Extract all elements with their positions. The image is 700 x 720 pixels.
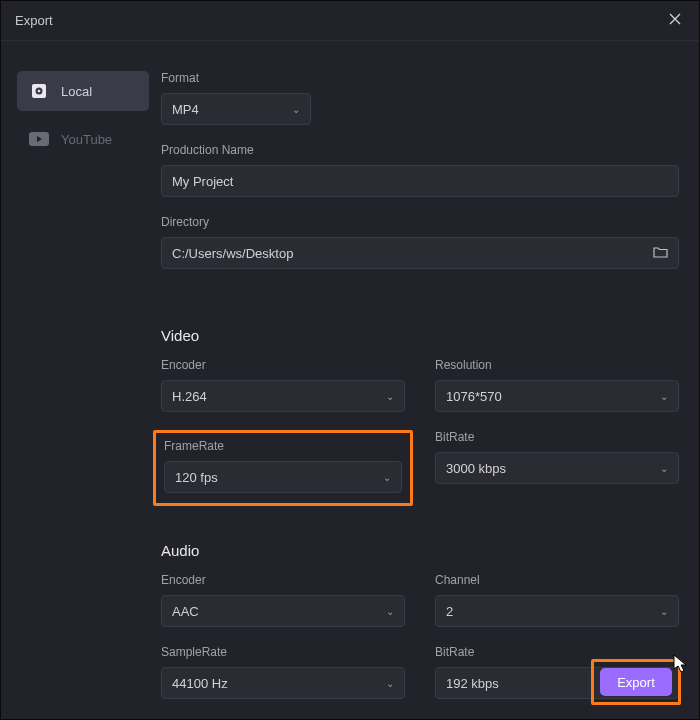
framerate-select[interactable]: 120 fps ⌄ (164, 461, 402, 493)
chevron-down-icon: ⌄ (660, 391, 668, 402)
close-icon[interactable] (665, 12, 685, 30)
sidebar-item-local[interactable]: Local (17, 71, 149, 111)
chevron-down-icon: ⌄ (660, 606, 668, 617)
framerate-highlight: FrameRate 120 fps ⌄ (153, 430, 413, 506)
resolution-label: Resolution (435, 358, 679, 372)
video-bitrate-label: BitRate (435, 430, 679, 444)
video-bitrate-value: 3000 kbps (446, 461, 506, 476)
sidebar: Local YouTube (1, 41, 161, 719)
resolution-value: 1076*570 (446, 389, 502, 404)
export-button[interactable]: Export (600, 668, 672, 696)
chevron-down-icon: ⌄ (383, 472, 391, 483)
samplerate-value: 44100 Hz (172, 676, 228, 691)
channel-select[interactable]: 2 ⌄ (435, 595, 679, 627)
video-bitrate-select[interactable]: 3000 kbps ⌄ (435, 452, 679, 484)
audio-bitrate-value: 192 kbps (446, 676, 499, 691)
samplerate-label: SampleRate (161, 645, 405, 659)
video-encoder-value: H.264 (172, 389, 207, 404)
video-encoder-label: Encoder (161, 358, 405, 372)
production-name-label: Production Name (161, 143, 679, 157)
video-heading: Video (161, 327, 679, 344)
svg-point-2 (38, 90, 41, 93)
main-panel: Format MP4 ⌄ Production Name My Project … (161, 41, 699, 719)
channel-label: Channel (435, 573, 679, 587)
folder-icon[interactable] (653, 246, 668, 261)
chevron-down-icon: ⌄ (386, 678, 394, 689)
samplerate-select[interactable]: 44100 Hz ⌄ (161, 667, 405, 699)
youtube-icon (29, 131, 49, 147)
export-dialog: Export Local YouTube Format (0, 0, 700, 720)
video-encoder-select[interactable]: H.264 ⌄ (161, 380, 405, 412)
format-select[interactable]: MP4 ⌄ (161, 93, 311, 125)
chevron-down-icon: ⌄ (660, 463, 668, 474)
audio-encoder-select[interactable]: AAC ⌄ (161, 595, 405, 627)
framerate-label: FrameRate (164, 439, 402, 453)
window-title: Export (15, 13, 53, 28)
sidebar-item-label: YouTube (61, 132, 112, 147)
directory-value: C:/Users/ws/Desktop (172, 246, 293, 261)
format-label: Format (161, 71, 679, 85)
export-highlight: Export (591, 659, 681, 705)
chevron-down-icon: ⌄ (386, 606, 394, 617)
directory-input[interactable]: C:/Users/ws/Desktop (161, 237, 679, 269)
format-value: MP4 (172, 102, 199, 117)
chevron-down-icon: ⌄ (386, 391, 394, 402)
directory-label: Directory (161, 215, 679, 229)
titlebar: Export (1, 1, 699, 41)
audio-bitrate-label: BitRate (435, 645, 679, 659)
production-name-value: My Project (172, 174, 233, 189)
local-icon (29, 83, 49, 99)
audio-encoder-label: Encoder (161, 573, 405, 587)
audio-encoder-value: AAC (172, 604, 199, 619)
audio-heading: Audio (161, 542, 679, 559)
channel-value: 2 (446, 604, 453, 619)
production-name-input[interactable]: My Project (161, 165, 679, 197)
sidebar-item-label: Local (61, 84, 92, 99)
framerate-value: 120 fps (175, 470, 218, 485)
chevron-down-icon: ⌄ (292, 104, 300, 115)
resolution-select[interactable]: 1076*570 ⌄ (435, 380, 679, 412)
sidebar-item-youtube[interactable]: YouTube (17, 119, 149, 159)
